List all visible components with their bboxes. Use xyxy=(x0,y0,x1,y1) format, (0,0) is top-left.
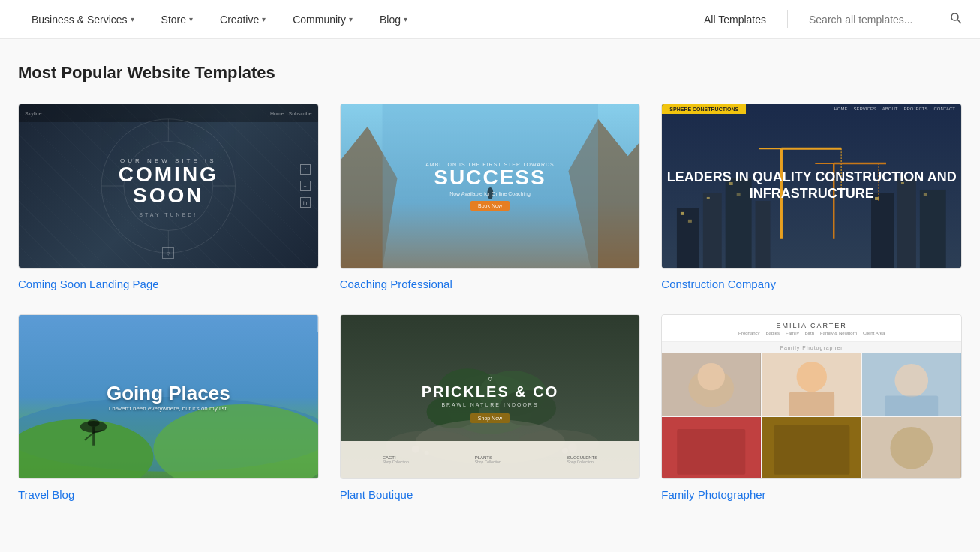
coming-soon-heading: COMINGSOON xyxy=(119,164,218,206)
template-thumbnail-coming-soon: Skyline Home Subscribe OUR NEW SITE IS C… xyxy=(18,104,319,268)
coming-soon-bottom-icon: ▽ xyxy=(162,247,174,259)
nav-business-services-chevron: ▾ xyxy=(131,15,134,23)
travel-text: Going Places I haven't been everywhere, … xyxy=(107,382,230,412)
construction-nav: HOME SERVICES ABOUT PROJECTS CONTACT xyxy=(834,106,955,111)
construction-heading: LEADERS IN QUALITY CONSTRUCTION AND INFR… xyxy=(662,170,961,202)
template-thumbnail-travel: Home About Travel Eat Relax Videos f ◉ P… xyxy=(18,314,319,479)
plant-cat-cacti: CACTIShop Collection xyxy=(383,455,409,464)
template-label-coming-soon[interactable]: Coming Soon Landing Page xyxy=(18,278,319,290)
svg-rect-15 xyxy=(756,201,771,268)
family-photo-baby xyxy=(662,353,761,416)
svg-rect-13 xyxy=(703,194,722,268)
main-nav: Business & Services ▾ Store ▾ Creative ▾… xyxy=(0,0,980,39)
family-photo-red xyxy=(662,417,761,479)
family-nav-babies: Babies xyxy=(766,331,780,335)
nav-blog-label: Blog xyxy=(380,14,401,26)
svg-point-40 xyxy=(88,419,100,427)
nav-community-label: Community xyxy=(293,14,346,26)
svg-rect-19 xyxy=(681,212,684,215)
template-label-family[interactable]: Family Photographer xyxy=(661,488,962,501)
search-area xyxy=(809,12,962,27)
coming-soon-social: f + in xyxy=(300,164,311,208)
coaching-cta-button[interactable]: Book Now xyxy=(470,201,510,211)
family-nav-family: Family xyxy=(786,331,799,335)
nav-creative[interactable]: Creative ▾ xyxy=(206,0,279,39)
section-title: Most Popular Website Templates xyxy=(18,63,962,82)
template-card-coming-soon[interactable]: Skyline Home Subscribe OUR NEW SITE IS C… xyxy=(18,104,319,290)
family-nav-birth: Birth xyxy=(805,331,814,335)
template-label-construction[interactable]: Construction Company xyxy=(661,278,962,290)
plant-text: ⬦ PRICKLES & CO BRAWL NATURE INDOORS Sho… xyxy=(422,371,559,423)
template-card-family[interactable]: EMILIA CARTER Pregnancy Babies Family Bi… xyxy=(661,314,962,501)
nav-store[interactable]: Store ▾ xyxy=(148,0,206,39)
plant-cta-button[interactable]: Shop Now xyxy=(470,413,510,423)
svg-rect-69 xyxy=(774,424,849,474)
coaching-available: Now Available for Online Coaching xyxy=(425,191,555,196)
family-photo-5 xyxy=(762,417,861,479)
template-thumbnail-construction: SPHERE CONSTRUCTIONS HOME SERVICES ABOUT… xyxy=(661,104,962,268)
nav-creative-chevron: ▾ xyxy=(262,15,266,23)
search-icon[interactable] xyxy=(950,12,962,27)
nav-right: All Templates xyxy=(704,10,962,28)
nav-community-chevron: ▾ xyxy=(349,15,353,23)
template-card-coaching[interactable]: ALLAN JOHNSON Home About Services Motiva… xyxy=(340,104,641,290)
nav-divider xyxy=(787,10,788,28)
svg-point-61 xyxy=(796,362,826,392)
family-photo-grid xyxy=(662,353,961,478)
construction-text: LEADERS IN QUALITY CONSTRUCTION AND INFR… xyxy=(662,170,961,202)
plant-footer-categories: CACTIShop Collection PLANTSShop Collecti… xyxy=(341,441,640,478)
nav-items: Business & Services ▾ Store ▾ Creative ▾… xyxy=(18,0,704,39)
nav-blog-chevron: ▾ xyxy=(404,15,407,23)
main-content: Most Popular Website Templates Skyline H… xyxy=(0,39,980,552)
svg-rect-20 xyxy=(688,220,692,223)
svg-rect-12 xyxy=(677,208,699,268)
template-thumbnail-plant: PRICKLES & CO 555-0100-555 (800) 🛒 🔍 xyxy=(340,314,641,479)
template-label-travel[interactable]: Travel Blog xyxy=(18,488,319,501)
svg-rect-65 xyxy=(885,395,939,415)
family-photo-4 xyxy=(662,417,761,479)
coaching-heading: SUCCESS xyxy=(425,167,555,188)
nav-creative-label: Creative xyxy=(220,14,259,26)
family-subtitle: Family Photographer xyxy=(662,342,961,353)
family-topbar: EMILIA CARTER Pregnancy Babies Family Bi… xyxy=(662,315,961,342)
template-card-plant[interactable]: PRICKLES & CO 555-0100-555 (800) 🛒 🔍 xyxy=(340,314,641,501)
construction-brand-badge: SPHERE CONSTRUCTIONS xyxy=(662,104,746,114)
family-nav: Pregnancy Babies Family Birth Family & N… xyxy=(738,331,885,335)
nav-business-services[interactable]: Business & Services ▾ xyxy=(18,0,148,39)
coming-soon-tagline: STAY TUNED! xyxy=(119,212,218,218)
plant-cat-plants: PLANTSShop Collection xyxy=(475,455,501,464)
family-photo-warm xyxy=(862,417,961,479)
family-nav-client: Client Area xyxy=(863,331,885,335)
template-card-construction[interactable]: SPHERE CONSTRUCTIONS HOME SERVICES ABOUT… xyxy=(661,104,962,290)
svg-point-64 xyxy=(895,364,929,398)
plant-subheading: BRAWL NATURE INDOORS xyxy=(422,402,559,407)
svg-rect-62 xyxy=(789,392,834,415)
family-photo-blue xyxy=(862,353,961,416)
family-nav-pregnancy: Pregnancy xyxy=(738,331,760,335)
family-photo-child xyxy=(762,353,861,416)
family-brand: EMILIA CARTER xyxy=(776,322,846,329)
plant-icon: ⬦ xyxy=(422,371,559,383)
template-thumbnail-family: EMILIA CARTER Pregnancy Babies Family Bi… xyxy=(661,314,962,479)
nav-business-services-label: Business & Services xyxy=(32,14,128,26)
nav-community[interactable]: Community ▾ xyxy=(279,0,366,39)
family-nav-newborn: Family & Newborn xyxy=(820,331,857,335)
svg-point-59 xyxy=(698,363,725,390)
svg-rect-67 xyxy=(678,428,746,474)
plant-heading: PRICKLES & CO xyxy=(422,383,559,400)
template-thumbnail-coaching: ALLAN JOHNSON Home About Services Motiva… xyxy=(340,104,641,268)
family-photo-1 xyxy=(662,353,761,416)
search-input[interactable] xyxy=(809,14,944,26)
template-label-coaching[interactable]: Coaching Professional xyxy=(340,278,641,290)
nav-store-chevron: ▾ xyxy=(189,15,193,23)
plant-cat-succulents: SUCCULENTSShop Collection xyxy=(567,455,598,464)
svg-line-1 xyxy=(957,20,961,23)
template-card-travel[interactable]: Home About Travel Eat Relax Videos f ◉ P… xyxy=(18,314,319,501)
all-templates-button[interactable]: All Templates xyxy=(704,14,766,26)
family-photo-6 xyxy=(862,417,961,479)
travel-subheading: I haven't been everywhere, but it's on m… xyxy=(107,405,230,412)
nav-blog[interactable]: Blog ▾ xyxy=(366,0,421,39)
template-label-plant[interactable]: Plant Boutique xyxy=(340,488,641,501)
coaching-tagline: AMBITION IS THE FIRST STEP TOWARDS xyxy=(425,162,555,167)
family-photo-2 xyxy=(762,353,861,416)
